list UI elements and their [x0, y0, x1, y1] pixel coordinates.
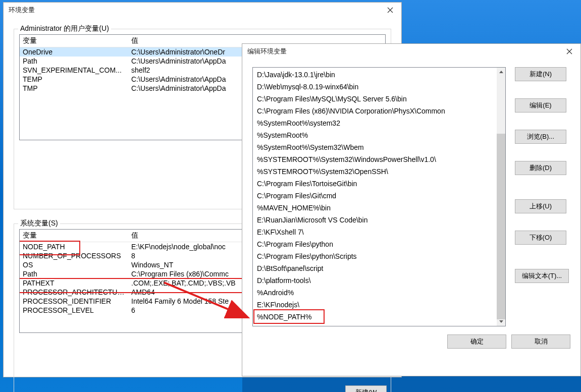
path-entries-list[interactable]: D:\Java\jdk-13.0.1\jre\binD:\Web\mysql-8… — [252, 67, 506, 326]
col-var[interactable]: 变量 — [20, 230, 128, 242]
path-entry[interactable]: C:\Program Files\TortoiseGit\bin — [255, 178, 495, 190]
path-entry[interactable]: C:\Program Files (x86)\NVIDIA Corporatio… — [255, 105, 495, 117]
path-entry[interactable]: E:\RuanJian\Microsoft VS Code\bin — [255, 214, 495, 226]
sys-vars-label: 系统变量(S) — [18, 219, 60, 228]
path-entry[interactable]: %Android% — [255, 287, 495, 299]
cancel-button[interactable]: 取消 — [511, 334, 570, 349]
sys-new-button[interactable]: 新建(W — [345, 385, 387, 392]
path-entry[interactable]: D:\BtSoft\panel\script — [255, 262, 495, 274]
col-var[interactable]: 变量 — [20, 35, 128, 47]
edit-path-title: 编辑环境变量 — [247, 47, 287, 56]
move-down-button[interactable]: 下移(O) — [515, 231, 566, 245]
new-button[interactable]: 新建(N) — [515, 67, 566, 81]
path-entry[interactable]: %SystemRoot% — [255, 129, 495, 141]
path-entry[interactable]: D:\Web\mysql-8.0.19-winx64\bin — [255, 81, 495, 93]
scrollbar[interactable] — [497, 68, 505, 326]
browse-button[interactable]: 浏览(B)... — [515, 130, 566, 144]
path-entry[interactable]: C:\Program Files\MySQL\MySQL Server 5.6\… — [255, 93, 495, 105]
var-cell: OS — [20, 260, 128, 269]
path-entry[interactable]: C:\Program Files\Git\cmd — [255, 190, 495, 202]
path-entry[interactable]: D:\platform-tools\ — [255, 274, 495, 287]
delete-button[interactable]: 删除(D) — [515, 161, 566, 175]
var-cell: PROCESSOR_IDENTIFIER — [20, 297, 128, 306]
move-up-button[interactable]: 上移(U) — [515, 199, 566, 213]
var-cell: Path — [20, 269, 128, 278]
var-cell: PROCESSOR_LEVEL — [20, 306, 128, 315]
path-entry[interactable]: E:\KF\Xshell 7\ — [255, 226, 495, 238]
path-entry[interactable]: %SYSTEMROOT%\System32\WindowsPowerShell\… — [255, 153, 495, 165]
path-entry[interactable]: %SystemRoot%\System32\Wbem — [255, 141, 495, 153]
path-entry[interactable]: %MAVEN_HOME%\bin — [255, 202, 495, 214]
var-cell: TEMP — [20, 75, 128, 84]
var-cell: Path — [20, 57, 128, 66]
var-cell: SVN_EXPERIMENTAL_COM... — [20, 66, 128, 75]
path-entry[interactable]: %SystemRoot%\system32 — [255, 117, 495, 129]
path-entry[interactable]: C:\Program Files\python — [255, 238, 495, 250]
edit-path-dialog: 编辑环境变量 D:\Java\jdk-13.0.1\jre\binD:\Web\… — [242, 43, 581, 376]
scroll-thumb[interactable] — [497, 134, 505, 319]
close-icon[interactable] — [379, 3, 401, 18]
highlight-node-path-entry — [254, 310, 324, 323]
var-cell: OneDrive — [20, 47, 128, 57]
edit-text-button[interactable]: 编辑文本(T)... — [515, 269, 569, 283]
edit-path-titlebar[interactable]: 编辑环境变量 — [242, 44, 580, 59]
highlight-node-path — [19, 241, 80, 255]
edit-button[interactable]: 编辑(E) — [515, 98, 566, 113]
scroll-down-icon[interactable] — [497, 317, 505, 326]
close-icon[interactable] — [558, 44, 580, 59]
path-entry[interactable]: D:\Java\jdk-13.0.1\jre\bin — [255, 69, 495, 81]
scroll-up-icon[interactable] — [497, 68, 505, 76]
highlight-path-row — [19, 278, 244, 293]
path-entry[interactable]: E:\KF\nodejs\ — [255, 299, 495, 311]
env-var-title: 环境变量 — [9, 6, 35, 15]
user-vars-label: Administrator 的用户变量(U) — [18, 24, 111, 33]
var-cell: TMP — [20, 84, 128, 93]
env-var-titlebar[interactable]: 环境变量 — [4, 3, 401, 18]
ok-button[interactable]: 确定 — [447, 334, 506, 349]
path-entry[interactable]: %SYSTEMROOT%\System32\OpenSSH\ — [255, 165, 495, 178]
path-entry[interactable]: C:\Program Files\python\Scripts — [255, 250, 495, 262]
